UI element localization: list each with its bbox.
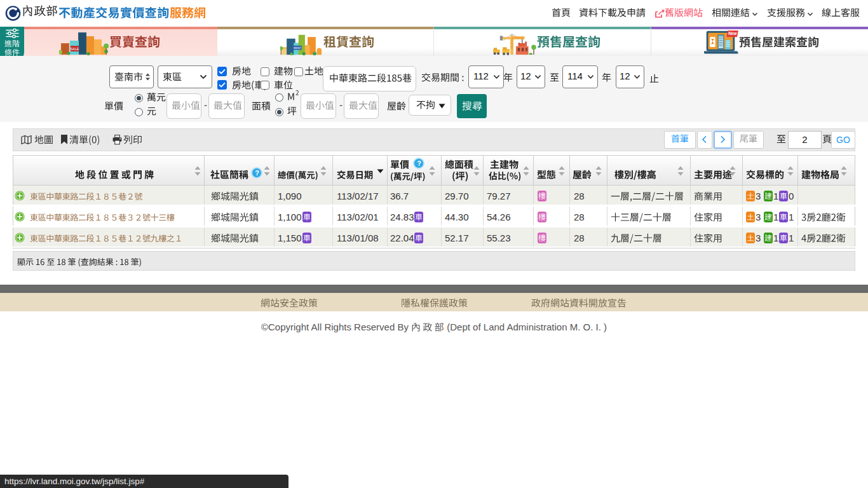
svg-text:RENT: RENT <box>294 46 301 50</box>
svg-text:SALE: SALE <box>70 47 79 51</box>
svg-text:New: New <box>728 31 737 36</box>
